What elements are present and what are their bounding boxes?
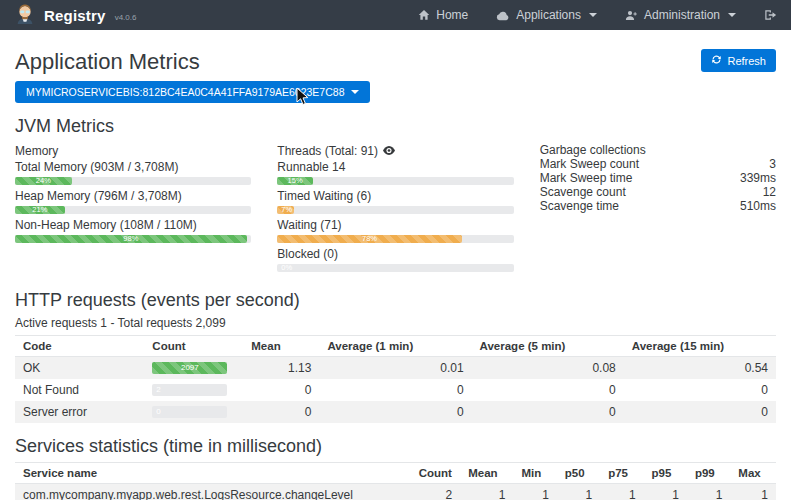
eye-icon[interactable] bbox=[383, 144, 395, 158]
http-count-cell: 2 bbox=[144, 379, 243, 401]
http-mean-cell: 0 bbox=[243, 401, 319, 423]
memory-metric-0-bar-value: 24% bbox=[36, 177, 51, 185]
col-header-count: Count bbox=[411, 463, 460, 484]
http-count-bar-1: 2 bbox=[152, 384, 227, 396]
cloud-icon bbox=[496, 10, 510, 21]
memory-metric-0-bar: 24% bbox=[15, 177, 251, 185]
refresh-button[interactable]: Refresh bbox=[701, 49, 776, 72]
memory-metric-1-bar: 21% bbox=[15, 206, 251, 214]
col-header-avg15: Average (15 min) bbox=[624, 336, 776, 357]
gc-row-label: Mark Sweep count bbox=[540, 158, 713, 172]
thread-metric-0-label: Runnable 14 bbox=[277, 161, 513, 174]
col-header-code: Code bbox=[15, 336, 144, 357]
thread-metric-2-bar: 78% bbox=[277, 235, 513, 243]
service-value-cell: 1 bbox=[600, 484, 643, 500]
http-table-row: OK20971.130.010.080.54 bbox=[15, 357, 776, 380]
gc-row: Mark Sweep time339ms bbox=[540, 172, 776, 186]
service-value-cell: 2 bbox=[411, 484, 460, 500]
col-header-mean: Mean bbox=[460, 463, 513, 484]
http-code-cell: Not Found bbox=[15, 379, 144, 401]
services-statistics-heading: Services statistics (time in millisecond… bbox=[15, 436, 776, 457]
http-avg1-cell: 0.01 bbox=[319, 357, 471, 380]
http-count-cell: 2097 bbox=[144, 357, 243, 380]
nav-item-home[interactable]: Home bbox=[418, 8, 468, 22]
http-table-header-row: Code Count Mean Average (1 min) Average … bbox=[15, 336, 776, 357]
memory-metric-2-label: Non-Heap Memory (108M / 110M) bbox=[15, 219, 251, 232]
instance-selector-dropdown[interactable]: MYMICROSERVICEBIS:812BC4EA0C4A41FFA9179A… bbox=[15, 81, 370, 103]
http-requests-table: Code Count Mean Average (1 min) Average … bbox=[15, 335, 776, 423]
nav-item-applications[interactable]: Applications bbox=[496, 8, 597, 22]
thread-metric-3-label: Blocked (0) bbox=[277, 248, 513, 261]
service-name-cell: com.mycompany.myapp.web.rest.LogsResourc… bbox=[15, 484, 411, 500]
jvm-metrics-heading: JVM Metrics bbox=[15, 116, 776, 137]
memory-column: Memory Total Memory (903M / 3,708M)24%He… bbox=[15, 144, 251, 277]
threads-title: Threads (Total: 91) bbox=[277, 144, 378, 158]
memory-metric-1-bar-value: 21% bbox=[32, 206, 47, 214]
gc-title: Garbage collections bbox=[540, 144, 776, 158]
col-header-max: Max bbox=[730, 463, 776, 484]
service-value-cell: 1 bbox=[687, 484, 730, 500]
thread-metric-3-bar: 0% bbox=[277, 264, 513, 272]
http-avg5-cell: 0.08 bbox=[472, 357, 624, 380]
col-header-p50: p50 bbox=[557, 463, 600, 484]
memory-metric-1-label: Heap Memory (796M / 3,708M) bbox=[15, 190, 251, 203]
http-table-row: Not Found20000 bbox=[15, 379, 776, 401]
nav-item-label: Administration bbox=[644, 8, 720, 22]
service-value-cell: 1 bbox=[557, 484, 600, 500]
memory-metric-2-bar: 98% bbox=[15, 235, 251, 243]
http-code-cell: Server error bbox=[15, 401, 144, 423]
thread-metric-1: Timed Waiting (6)7% bbox=[277, 190, 513, 214]
col-header-mean: Mean bbox=[243, 336, 319, 357]
gc-row-value: 510ms bbox=[713, 200, 776, 214]
http-count-cell: 0 bbox=[144, 401, 243, 423]
http-count-bar-0: 2097 bbox=[152, 362, 227, 374]
http-avg5-cell: 0 bbox=[472, 379, 624, 401]
http-avg15-cell: 0 bbox=[624, 379, 776, 401]
thread-metric-2-bar-value: 78% bbox=[362, 235, 377, 243]
thread-metric-0: Runnable 1415% bbox=[277, 161, 513, 185]
http-mean-cell: 0 bbox=[243, 379, 319, 401]
nav-item-administration[interactable]: Administration bbox=[625, 8, 736, 22]
thread-metric-0-bar-value: 15% bbox=[288, 177, 303, 185]
thread-metric-1-label: Timed Waiting (6) bbox=[277, 190, 513, 203]
brand-name: Registry bbox=[44, 7, 106, 24]
page-title: Application Metrics bbox=[15, 49, 200, 75]
gc-row: Scavenge count12 bbox=[540, 186, 776, 200]
memory-metric-2-bar-value: 98% bbox=[123, 235, 138, 243]
brand[interactable]: Registry v4.0.6 bbox=[14, 3, 136, 28]
service-value-cell: 1 bbox=[460, 484, 513, 500]
http-count-bar-2: 0 bbox=[152, 406, 227, 418]
http-avg1-cell: 0 bbox=[319, 401, 471, 423]
nav-item-label: Applications bbox=[516, 8, 581, 22]
navbar-menu: HomeApplicationsAdministration bbox=[418, 8, 777, 22]
sign-out-button[interactable] bbox=[764, 9, 777, 21]
http-mean-cell: 1.13 bbox=[243, 357, 319, 380]
gc-row-label: Mark Sweep time bbox=[540, 172, 713, 186]
col-header-service-name: Service name bbox=[15, 463, 411, 484]
chevron-down-icon bbox=[351, 90, 359, 94]
services-statistics-table: Service name Count Mean Min p50 p75 p95 … bbox=[15, 462, 776, 500]
gc-row: Scavenge time510ms bbox=[540, 200, 776, 214]
http-code-cell: OK bbox=[15, 357, 144, 380]
refresh-icon bbox=[711, 54, 722, 67]
sign-out-icon bbox=[764, 9, 777, 21]
http-requests-heading: HTTP requests (events per second) bbox=[15, 290, 776, 311]
http-avg1-cell: 0 bbox=[319, 379, 471, 401]
thread-metric-2: Waiting (71)78% bbox=[277, 219, 513, 243]
http-avg15-cell: 0 bbox=[624, 401, 776, 423]
memory-title: Memory bbox=[15, 144, 58, 158]
garbage-collections-column: Garbage collections Mark Sweep count3Mar… bbox=[540, 144, 776, 277]
col-header-count: Count bbox=[144, 336, 243, 357]
col-header-p75: p75 bbox=[600, 463, 643, 484]
memory-metric-2: Non-Heap Memory (108M / 110M)98% bbox=[15, 219, 251, 243]
col-header-avg5: Average (5 min) bbox=[472, 336, 624, 357]
service-value-cell: 1 bbox=[513, 484, 556, 500]
gc-row-label: Scavenge time bbox=[540, 200, 713, 214]
http-avg15-cell: 0.54 bbox=[624, 357, 776, 380]
threads-column: Threads (Total: 91) Runnable 1415%Timed … bbox=[277, 144, 513, 277]
brand-version: v4.0.6 bbox=[115, 13, 137, 22]
thread-metric-1-bar-value: 7% bbox=[281, 206, 292, 214]
administration-icon bbox=[625, 9, 638, 21]
memory-metric-0: Total Memory (903M / 3,708M)24% bbox=[15, 161, 251, 185]
nav-item-label: Home bbox=[436, 8, 468, 22]
